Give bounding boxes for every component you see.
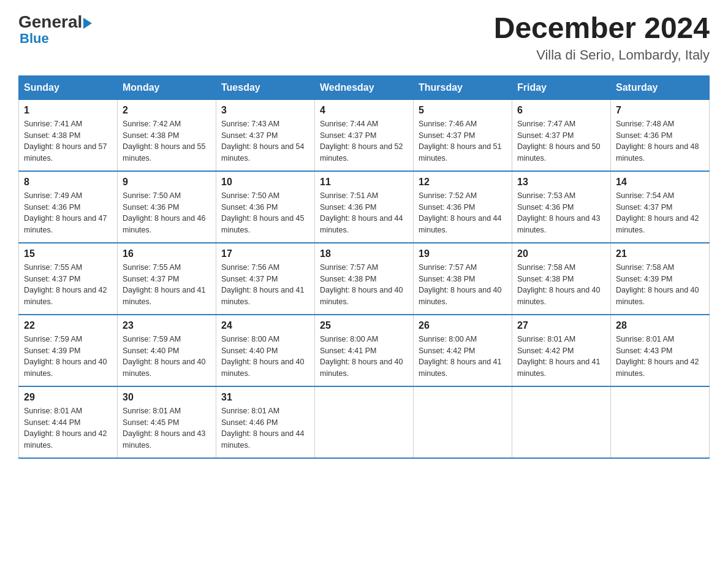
day-number: 16 bbox=[123, 248, 211, 259]
calendar-cell: 29 Sunrise: 8:01 AMSunset: 4:44 PMDaylig… bbox=[19, 386, 118, 458]
header-friday: Friday bbox=[512, 75, 611, 99]
day-number: 30 bbox=[123, 392, 211, 403]
calendar-cell: 21 Sunrise: 7:58 AMSunset: 4:39 PMDaylig… bbox=[611, 243, 710, 315]
day-info: Sunrise: 7:41 AMSunset: 4:38 PMDaylight:… bbox=[24, 120, 107, 163]
day-info: Sunrise: 7:52 AMSunset: 4:36 PMDaylight:… bbox=[419, 191, 502, 234]
day-number: 7 bbox=[616, 105, 704, 116]
calendar-cell: 28 Sunrise: 8:01 AMSunset: 4:43 PMDaylig… bbox=[611, 315, 710, 386]
day-number: 26 bbox=[419, 320, 507, 331]
calendar-cell: 19 Sunrise: 7:57 AMSunset: 4:38 PMDaylig… bbox=[414, 243, 512, 315]
day-number: 27 bbox=[517, 320, 605, 331]
day-number: 3 bbox=[221, 105, 309, 116]
header-thursday: Thursday bbox=[414, 75, 512, 99]
day-number: 15 bbox=[24, 248, 112, 259]
day-info: Sunrise: 7:50 AMSunset: 4:36 PMDaylight:… bbox=[123, 191, 206, 234]
calendar-cell: 18 Sunrise: 7:57 AMSunset: 4:38 PMDaylig… bbox=[315, 243, 414, 315]
day-info: Sunrise: 7:59 AMSunset: 4:39 PMDaylight:… bbox=[24, 335, 107, 378]
logo: General Blue bbox=[18, 12, 92, 47]
logo-blue-text: Blue bbox=[20, 31, 49, 47]
day-info: Sunrise: 7:58 AMSunset: 4:38 PMDaylight:… bbox=[517, 263, 601, 306]
day-number: 29 bbox=[24, 392, 112, 403]
calendar-cell bbox=[611, 386, 710, 458]
day-info: Sunrise: 7:43 AMSunset: 4:37 PMDaylight:… bbox=[221, 120, 305, 163]
day-number: 12 bbox=[419, 177, 507, 188]
header-monday: Monday bbox=[118, 75, 216, 99]
day-info: Sunrise: 7:46 AMSunset: 4:37 PMDaylight:… bbox=[419, 120, 502, 163]
month-title: December 2024 bbox=[494, 12, 710, 45]
day-info: Sunrise: 7:58 AMSunset: 4:39 PMDaylight:… bbox=[616, 263, 699, 306]
day-info: Sunrise: 7:54 AMSunset: 4:37 PMDaylight:… bbox=[616, 191, 699, 234]
calendar-week-row: 15 Sunrise: 7:55 AMSunset: 4:37 PMDaylig… bbox=[19, 243, 710, 315]
logo-triangle-icon bbox=[83, 18, 92, 29]
day-info: Sunrise: 7:55 AMSunset: 4:37 PMDaylight:… bbox=[123, 263, 206, 306]
day-info: Sunrise: 7:50 AMSunset: 4:36 PMDaylight:… bbox=[221, 191, 305, 234]
calendar-cell: 24 Sunrise: 8:00 AMSunset: 4:40 PMDaylig… bbox=[216, 315, 315, 386]
calendar-cell: 11 Sunrise: 7:51 AMSunset: 4:36 PMDaylig… bbox=[315, 171, 414, 243]
calendar-cell: 22 Sunrise: 7:59 AMSunset: 4:39 PMDaylig… bbox=[19, 315, 118, 386]
day-info: Sunrise: 7:57 AMSunset: 4:38 PMDaylight:… bbox=[419, 263, 502, 306]
calendar-cell: 13 Sunrise: 7:53 AMSunset: 4:36 PMDaylig… bbox=[512, 171, 611, 243]
day-number: 20 bbox=[517, 248, 605, 259]
calendar-cell: 20 Sunrise: 7:58 AMSunset: 4:38 PMDaylig… bbox=[512, 243, 611, 315]
day-info: Sunrise: 7:42 AMSunset: 4:38 PMDaylight:… bbox=[123, 120, 206, 163]
day-info: Sunrise: 7:53 AMSunset: 4:36 PMDaylight:… bbox=[517, 191, 601, 234]
calendar-cell bbox=[414, 386, 512, 458]
day-info: Sunrise: 8:00 AMSunset: 4:42 PMDaylight:… bbox=[419, 335, 502, 378]
day-info: Sunrise: 8:01 AMSunset: 4:46 PMDaylight:… bbox=[221, 407, 305, 450]
header-right: December 2024 Villa di Serio, Lombardy, … bbox=[494, 12, 710, 63]
calendar-week-row: 1 Sunrise: 7:41 AMSunset: 4:38 PMDayligh… bbox=[19, 99, 710, 171]
calendar-week-row: 22 Sunrise: 7:59 AMSunset: 4:39 PMDaylig… bbox=[19, 315, 710, 386]
day-info: Sunrise: 8:01 AMSunset: 4:43 PMDaylight:… bbox=[616, 335, 699, 378]
calendar-cell: 31 Sunrise: 8:01 AMSunset: 4:46 PMDaylig… bbox=[216, 386, 315, 458]
day-number: 2 bbox=[123, 105, 211, 116]
calendar-cell: 16 Sunrise: 7:55 AMSunset: 4:37 PMDaylig… bbox=[118, 243, 216, 315]
day-number: 31 bbox=[221, 392, 309, 403]
header-wednesday: Wednesday bbox=[315, 75, 414, 99]
day-number: 9 bbox=[123, 177, 211, 188]
calendar-cell: 25 Sunrise: 8:00 AMSunset: 4:41 PMDaylig… bbox=[315, 315, 414, 386]
location-title: Villa di Serio, Lombardy, Italy bbox=[494, 47, 710, 63]
day-info: Sunrise: 8:01 AMSunset: 4:45 PMDaylight:… bbox=[123, 407, 206, 450]
calendar-cell: 8 Sunrise: 7:49 AMSunset: 4:36 PMDayligh… bbox=[19, 171, 118, 243]
day-info: Sunrise: 7:47 AMSunset: 4:37 PMDaylight:… bbox=[517, 120, 601, 163]
calendar-week-row: 8 Sunrise: 7:49 AMSunset: 4:36 PMDayligh… bbox=[19, 171, 710, 243]
day-number: 28 bbox=[616, 320, 704, 331]
day-info: Sunrise: 7:56 AMSunset: 4:37 PMDaylight:… bbox=[221, 263, 305, 306]
day-info: Sunrise: 7:49 AMSunset: 4:36 PMDaylight:… bbox=[24, 191, 107, 234]
day-number: 10 bbox=[221, 177, 309, 188]
calendar-cell bbox=[315, 386, 414, 458]
day-info: Sunrise: 7:44 AMSunset: 4:37 PMDaylight:… bbox=[320, 120, 403, 163]
day-number: 4 bbox=[320, 105, 408, 116]
header-tuesday: Tuesday bbox=[216, 75, 315, 99]
day-number: 1 bbox=[24, 105, 112, 116]
calendar-cell: 1 Sunrise: 7:41 AMSunset: 4:38 PMDayligh… bbox=[19, 99, 118, 171]
day-number: 24 bbox=[221, 320, 309, 331]
day-number: 8 bbox=[24, 177, 112, 188]
calendar-cell: 6 Sunrise: 7:47 AMSunset: 4:37 PMDayligh… bbox=[512, 99, 611, 171]
calendar-cell: 3 Sunrise: 7:43 AMSunset: 4:37 PMDayligh… bbox=[216, 99, 315, 171]
day-info: Sunrise: 8:01 AMSunset: 4:44 PMDaylight:… bbox=[24, 407, 107, 450]
day-info: Sunrise: 8:01 AMSunset: 4:42 PMDaylight:… bbox=[517, 335, 601, 378]
calendar-cell: 12 Sunrise: 7:52 AMSunset: 4:36 PMDaylig… bbox=[414, 171, 512, 243]
calendar-cell: 23 Sunrise: 7:59 AMSunset: 4:40 PMDaylig… bbox=[118, 315, 216, 386]
calendar-cell: 9 Sunrise: 7:50 AMSunset: 4:36 PMDayligh… bbox=[118, 171, 216, 243]
calendar-cell: 27 Sunrise: 8:01 AMSunset: 4:42 PMDaylig… bbox=[512, 315, 611, 386]
calendar-cell: 2 Sunrise: 7:42 AMSunset: 4:38 PMDayligh… bbox=[118, 99, 216, 171]
day-number: 17 bbox=[221, 248, 309, 259]
calendar-cell: 15 Sunrise: 7:55 AMSunset: 4:37 PMDaylig… bbox=[19, 243, 118, 315]
day-number: 13 bbox=[517, 177, 605, 188]
day-info: Sunrise: 8:00 AMSunset: 4:41 PMDaylight:… bbox=[320, 335, 403, 378]
day-number: 11 bbox=[320, 177, 408, 188]
calendar-cell: 5 Sunrise: 7:46 AMSunset: 4:37 PMDayligh… bbox=[414, 99, 512, 171]
day-number: 22 bbox=[24, 320, 112, 331]
header-saturday: Saturday bbox=[611, 75, 710, 99]
calendar-cell: 7 Sunrise: 7:48 AMSunset: 4:36 PMDayligh… bbox=[611, 99, 710, 171]
day-number: 14 bbox=[616, 177, 704, 188]
day-number: 21 bbox=[616, 248, 704, 259]
day-number: 18 bbox=[320, 248, 408, 259]
calendar-cell: 26 Sunrise: 8:00 AMSunset: 4:42 PMDaylig… bbox=[414, 315, 512, 386]
calendar-cell: 4 Sunrise: 7:44 AMSunset: 4:37 PMDayligh… bbox=[315, 99, 414, 171]
day-info: Sunrise: 7:57 AMSunset: 4:38 PMDaylight:… bbox=[320, 263, 403, 306]
calendar-header-row: SundayMondayTuesdayWednesdayThursdayFrid… bbox=[19, 75, 710, 99]
day-info: Sunrise: 7:48 AMSunset: 4:36 PMDaylight:… bbox=[616, 120, 699, 163]
